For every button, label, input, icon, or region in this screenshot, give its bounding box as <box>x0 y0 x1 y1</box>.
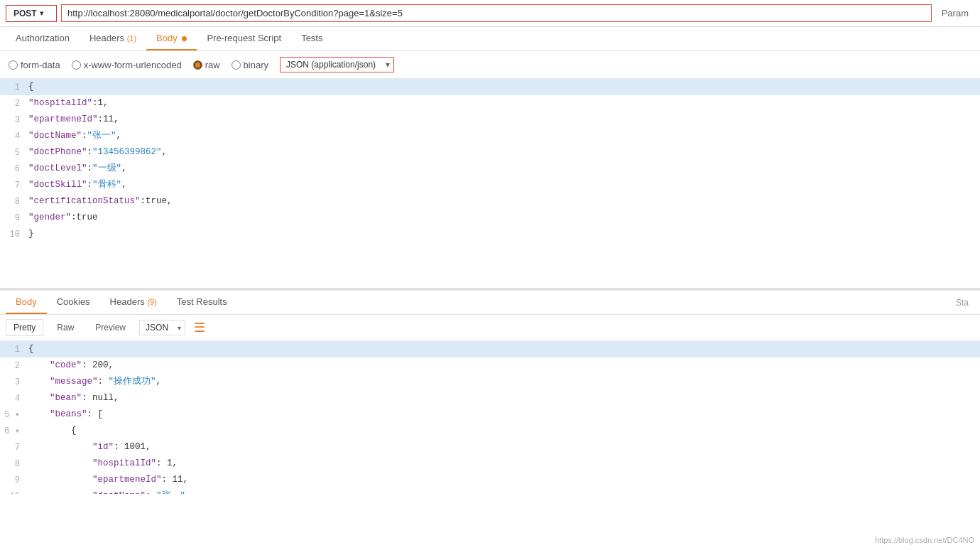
params-button[interactable]: Param <box>936 5 974 21</box>
req-line-7: 7 "doctSkill":"骨科", <box>0 177 980 193</box>
tab-pre-request[interactable]: Pre-request Script <box>197 27 291 50</box>
resp-tab-headers[interactable]: Headers (9) <box>100 291 167 314</box>
method-button[interactable]: POST ▾ <box>6 5 57 22</box>
resp-line-8: 8 "hospitalId": 1, <box>0 455 980 472</box>
resp-line-6: 6 ▾ { <box>0 423 980 439</box>
response-format-select[interactable]: JSON XML HTML Text <box>139 320 185 335</box>
resp-line-10: 10 "doctName": "张一", <box>0 488 980 494</box>
tab-headers[interactable]: Headers (1) <box>80 27 146 50</box>
url-input[interactable] <box>61 4 932 22</box>
req-line-2: 2 "hospitalId":1, <box>0 95 980 112</box>
req-line-10: 10 } <box>0 226 980 242</box>
urlencoded-radio[interactable] <box>72 60 81 70</box>
tab-body[interactable]: Body <box>146 27 197 50</box>
req-line-5: 5 "doctPhone":"13456399862", <box>0 144 980 161</box>
resp-tab-test-results[interactable]: Test Results <box>167 291 237 314</box>
raw-option[interactable]: raw <box>193 60 220 70</box>
request-tabs: Authorization Headers (1) Body Pre-reque… <box>0 27 980 51</box>
request-section: POST ▾ Param Authorization Headers (1) B… <box>0 0 980 289</box>
watermark: https://blog.csdn.net/DC4NO <box>875 536 974 544</box>
req-line-3: 3 "epartmeneId":11, <box>0 112 980 128</box>
req-line-8: 8 "certificationStatus":true, <box>0 193 980 210</box>
status-label-right: Sta <box>950 292 974 313</box>
binary-radio[interactable] <box>232 60 241 70</box>
request-body-editor[interactable]: 1 { 2 "hospitalId":1, 3 "epartmeneId":11… <box>0 79 980 289</box>
format-preview-button[interactable]: Preview <box>87 319 134 336</box>
response-section: Body Cookies Headers (9) Test Results St… <box>0 289 980 494</box>
req-line-9: 9 "gender":true <box>0 210 980 226</box>
content-type-wrapper[interactable]: JSON (application/json) Text JavaScript … <box>280 57 394 72</box>
tab-tests[interactable]: Tests <box>291 27 332 50</box>
form-data-radio[interactable] <box>9 60 18 70</box>
format-raw-button[interactable]: Raw <box>49 319 82 336</box>
response-tabs: Body Cookies Headers (9) Test Results St… <box>0 291 980 315</box>
response-format-bar: Pretty Raw Preview JSON XML HTML Text ☰ <box>0 315 980 341</box>
req-line-6: 6 "doctLevel":"一级", <box>0 161 980 177</box>
wrap-button[interactable]: ☰ <box>191 320 208 335</box>
content-type-select[interactable]: JSON (application/json) Text JavaScript … <box>280 57 394 72</box>
raw-radio[interactable] <box>193 60 202 70</box>
req-line-4: 4 "doctName":"张一", <box>0 128 980 144</box>
req-empty-space <box>0 242 980 289</box>
resp-line-2: 2 "code": 200, <box>0 357 980 374</box>
form-data-option[interactable]: form-data <box>9 60 60 70</box>
resp-line-7: 7 "id": 1001, <box>0 439 980 455</box>
method-chevron-icon: ▾ <box>40 9 43 17</box>
response-body-editor[interactable]: 1 { 2 "code": 200, 3 "message": "操作成功", … <box>0 341 980 494</box>
resp-tab-cookies[interactable]: Cookies <box>47 291 100 314</box>
body-options: form-data x-www-form-urlencoded raw bina… <box>0 51 980 79</box>
resp-line-5: 5 ▾ "beans": [ <box>0 406 980 423</box>
response-format-select-wrapper[interactable]: JSON XML HTML Text <box>139 320 185 335</box>
body-dot-indicator <box>182 36 187 41</box>
resp-line-9: 9 "epartmeneId": 11, <box>0 472 980 488</box>
resp-line-4: 4 "bean": null, <box>0 390 980 406</box>
resp-tab-body[interactable]: Body <box>6 291 47 314</box>
url-bar: POST ▾ Param <box>0 0 980 27</box>
req-line-1: 1 { <box>0 79 980 95</box>
resp-line-1: 1 { <box>0 341 980 357</box>
binary-option[interactable]: binary <box>232 60 268 70</box>
format-pretty-button[interactable]: Pretty <box>6 319 43 336</box>
resp-line-3: 3 "message": "操作成功", <box>0 374 980 390</box>
method-label: POST <box>13 9 37 18</box>
urlencoded-option[interactable]: x-www-form-urlencoded <box>72 60 182 70</box>
tab-authorization[interactable]: Authorization <box>6 27 80 50</box>
